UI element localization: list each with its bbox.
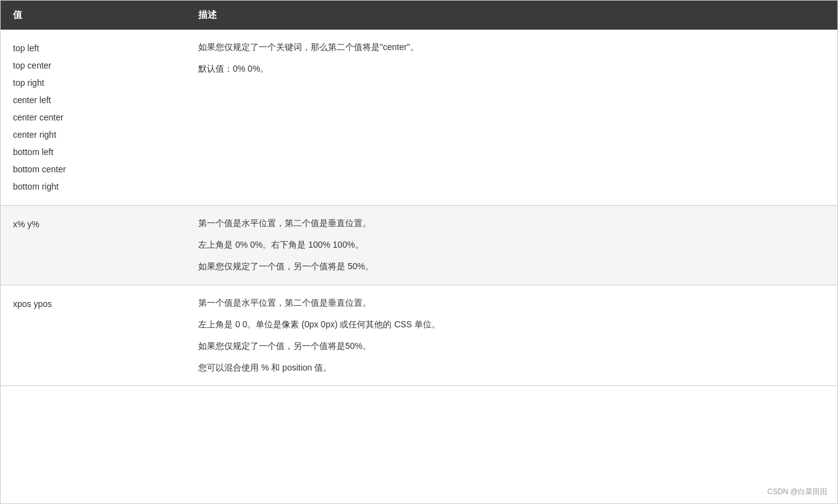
description-paragraph: 您可以混合使用 % 和 position 值。 (198, 360, 825, 376)
description-paragraph: 默认值：0% 0%。 (198, 61, 825, 77)
footer-credit: CSDN @白菜田田 (767, 487, 828, 497)
reference-table: 值 描述 top lefttop centertop rightcenter l… (1, 1, 837, 386)
value-cell: top lefttop centertop rightcenter leftce… (1, 30, 186, 206)
description-paragraph: 左上角是 0 0。单位是像素 (0px 0px) 或任何其他的 CSS 单位。 (198, 317, 825, 332)
description-paragraph: 左上角是 0% 0%。右下角是 100% 100%。 (198, 237, 825, 253)
table-header-row: 值 描述 (1, 1, 837, 30)
description-cell: 如果您仅规定了一个关键词，那么第二个值将是"center"。默认值：0% 0%。 (186, 30, 837, 206)
table-row: top lefttop centertop rightcenter leftce… (1, 30, 837, 206)
table-row: x% y%第一个值是水平位置，第二个值是垂直位置。左上角是 0% 0%。右下角是… (1, 206, 837, 285)
description-paragraph: 如果您仅规定了一个关键词，那么第二个值将是"center"。 (198, 40, 825, 55)
description-paragraph: 如果您仅规定了一个值，另一个值将是50%。 (198, 338, 825, 354)
description-paragraph: 第一个值是水平位置，第二个值是垂直位置。 (198, 295, 825, 311)
value-cell: x% y% (1, 206, 186, 285)
description-paragraph: 第一个值是水平位置，第二个值是垂直位置。 (198, 216, 825, 231)
value-cell: xpos ypos (1, 285, 186, 386)
main-container: 值 描述 top lefttop centertop rightcenter l… (0, 0, 838, 504)
col1-header: 值 (1, 1, 186, 30)
col2-header: 描述 (186, 1, 837, 30)
description-cell: 第一个值是水平位置，第二个值是垂直位置。左上角是 0% 0%。右下角是 100%… (186, 206, 837, 285)
description-cell: 第一个值是水平位置，第二个值是垂直位置。左上角是 0 0。单位是像素 (0px … (186, 285, 837, 386)
table-row: xpos ypos第一个值是水平位置，第二个值是垂直位置。左上角是 0 0。单位… (1, 285, 837, 386)
description-paragraph: 如果您仅规定了一个值，另一个值将是 50%。 (198, 259, 825, 274)
